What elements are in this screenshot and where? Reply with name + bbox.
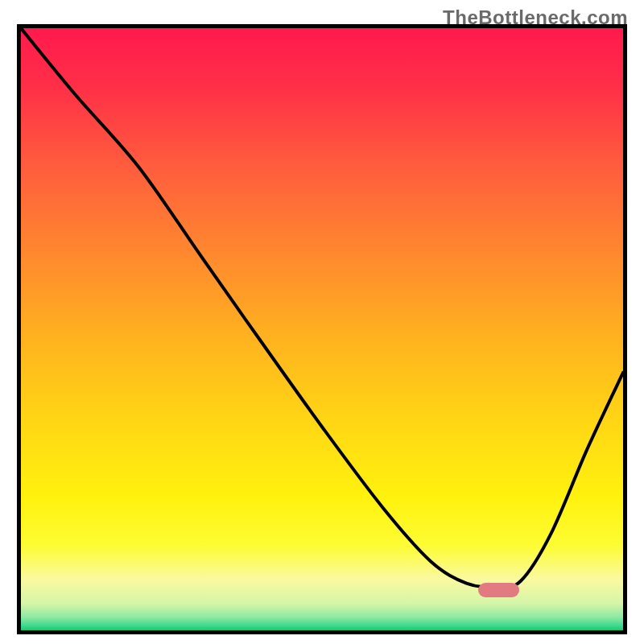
plot-frame	[17, 24, 627, 634]
optimal-marker	[478, 583, 519, 597]
background-gradient	[21, 28, 623, 630]
plot-svg	[21, 28, 623, 630]
chart-container: TheBottleneck.com	[0, 0, 644, 644]
